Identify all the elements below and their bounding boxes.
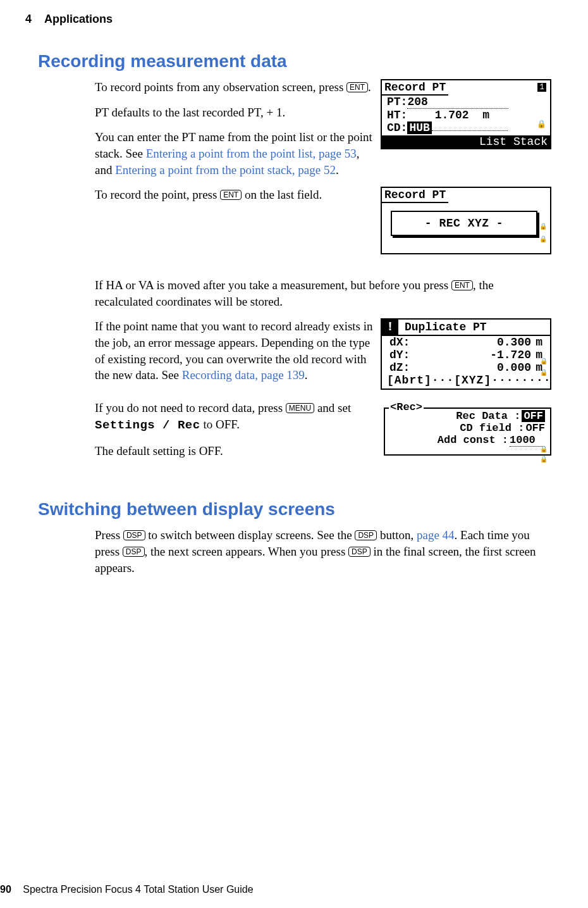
lock-icon: 🔒 <box>539 235 547 243</box>
dsp-key: DSP <box>123 547 145 557</box>
lock-icon: 🔒 <box>539 223 547 230</box>
add-const-value: 1000 <box>510 434 536 446</box>
page-badge: 1 <box>537 83 546 92</box>
screen-title: Record PT <box>382 80 448 96</box>
page-header: 4 Applications <box>25 13 563 26</box>
screen-rec-settings: <Rec> Rec Data :OFF CD field :OFF Add co… <box>384 407 551 456</box>
section-heading-recording: Recording measurement data <box>38 51 563 72</box>
dx-label: dX: <box>389 336 417 349</box>
cd-label: CD: <box>387 121 407 134</box>
dsp-key: DSP <box>348 547 371 557</box>
ent-key: ENT <box>346 82 368 92</box>
cd-field-value: OFF <box>524 422 545 434</box>
xref-recording-data[interactable]: Recording data, page 139 <box>182 368 305 382</box>
dx-unit: m <box>531 336 542 349</box>
lock-icon: 🔒 <box>537 120 546 129</box>
xref-page-44[interactable]: page 44 <box>417 528 455 542</box>
lock-icon: 🔒 <box>540 358 548 365</box>
settings-rec-cmd: Settings / Rec <box>95 418 200 432</box>
page-footer: 90 Spectra Precision Focus 4 Total Stati… <box>0 884 254 895</box>
cd-field-label: CD field : <box>390 422 524 434</box>
ent-key: ENT <box>451 280 473 290</box>
dy-value: -1.720 <box>417 349 531 361</box>
add-const-label: Add const : <box>390 434 508 447</box>
xref-point-list[interactable]: Entering a point from the point list, pa… <box>146 147 357 160</box>
rec-data-value: OFF <box>522 410 545 422</box>
screen-footer: List Stack <box>382 135 550 148</box>
body-text: If HA or VA is moved after you take a me… <box>95 277 551 309</box>
dz-value: 0.000 <box>417 361 531 374</box>
chapter-title: Applications <box>44 13 113 26</box>
screen-title: Record PT <box>382 188 448 203</box>
guide-title: Spectra Precision Focus 4 Total Station … <box>23 884 253 895</box>
rec-xyz-label: - REC XYZ - <box>391 211 537 236</box>
body-text: Press DSP to switch between display scre… <box>95 527 551 576</box>
dz-label: dZ: <box>389 361 417 374</box>
screen-rec-xyz: Record PT - REC XYZ - 🔒 🔒 <box>381 187 551 254</box>
ht-value: 1.702 <box>435 109 469 121</box>
dy-label: dY: <box>389 349 417 361</box>
alert-icon: ! <box>382 320 398 335</box>
screen-title: <Rec> <box>389 401 424 413</box>
dsp-key: DSP <box>355 530 377 540</box>
dx-value: 0.300 <box>417 336 531 349</box>
screen-duplicate-pt: ! Duplicate PT dX:0.300 m dY:-1.720 m dZ… <box>381 318 551 390</box>
lock-icon: 🔒 <box>540 369 548 376</box>
dsp-key: DSP <box>123 530 145 540</box>
lock-icon: 🔒 <box>540 445 548 453</box>
screen-title: Duplicate PT <box>398 321 487 333</box>
ht-unit: m <box>482 109 489 121</box>
ht-label: HT: <box>387 109 407 121</box>
screen-record-pt: Record PT 1 PT:208 HT: 1.702 m CD:HUB 🔒 … <box>381 79 551 149</box>
section-heading-switching: Switching between display screens <box>38 499 563 519</box>
xref-point-stack[interactable]: Entering a point from the point stack, p… <box>115 163 336 177</box>
ent-key: ENT <box>220 190 242 200</box>
menu-key: MENU <box>286 403 314 413</box>
screen-footer: [Abrt]···[XYZ]···················· <box>382 374 550 387</box>
pt-value: 208 <box>407 96 427 108</box>
cd-value: HUB <box>407 121 431 134</box>
lock-icon: 🔒 <box>540 456 548 463</box>
pt-label: PT: <box>387 96 407 108</box>
page-number: 90 <box>0 884 20 895</box>
chapter-number: 4 <box>25 13 32 26</box>
